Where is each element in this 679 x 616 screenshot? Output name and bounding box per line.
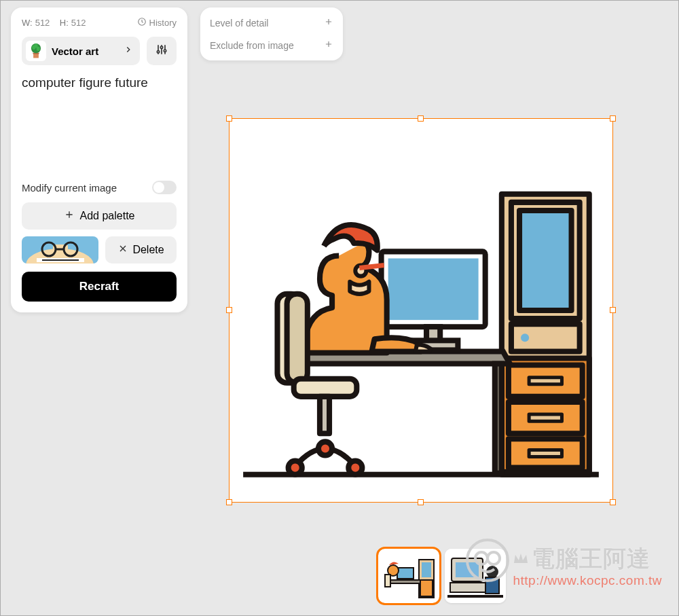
- crown-icon: [513, 543, 529, 570]
- filters-button[interactable]: [147, 37, 177, 65]
- delete-label: Delete: [132, 244, 164, 256]
- svg-rect-49: [420, 580, 433, 596]
- thumbnail-2[interactable]: [445, 549, 506, 603]
- width-label: W:: [22, 18, 33, 28]
- svg-rect-59: [485, 577, 499, 594]
- svg-rect-48: [422, 562, 431, 577]
- height-value: 512: [71, 18, 86, 28]
- svg-rect-50: [397, 568, 414, 579]
- selection-outline: [229, 118, 613, 503]
- resize-handle-b[interactable]: [418, 499, 424, 505]
- chevron-right-icon: [124, 45, 133, 57]
- svg-rect-60: [447, 595, 503, 598]
- watermark-url: http://www.kocpc.com.tw: [513, 573, 662, 588]
- modify-toggle[interactable]: [152, 181, 177, 194]
- exclude-label: Exclude from image: [210, 40, 294, 51]
- delete-palette-button[interactable]: Delete: [105, 236, 177, 264]
- height-label: H:: [60, 18, 69, 28]
- recraft-button[interactable]: Recraft: [22, 272, 177, 302]
- style-row: Vector art: [22, 37, 177, 65]
- level-of-detail-label: Level of detail: [210, 18, 268, 29]
- palette-thumb[interactable]: [22, 236, 98, 264]
- resize-handle-tr[interactable]: [610, 115, 616, 122]
- style-name: Vector art: [52, 46, 118, 57]
- style-selector[interactable]: Vector art: [22, 37, 140, 65]
- svg-rect-57: [450, 583, 485, 592]
- modify-row: Modify current image: [22, 181, 177, 194]
- style-thumb: [26, 41, 46, 61]
- palette-row: Delete: [22, 236, 177, 264]
- clock-icon: [137, 17, 147, 29]
- level-of-detail-button[interactable]: Level of detail: [206, 12, 337, 34]
- resize-handle-r[interactable]: [610, 307, 616, 313]
- svg-point-7: [157, 51, 159, 53]
- panel-top-row: W:512 H:512 History: [22, 17, 177, 29]
- settings-panel: W:512 H:512 History Vecto: [11, 7, 187, 312]
- svg-point-8: [160, 46, 162, 48]
- close-icon: [117, 243, 128, 257]
- add-palette-label: Add palette: [80, 210, 135, 222]
- svg-rect-51: [386, 580, 420, 583]
- dimensions-readout[interactable]: W:512 H:512: [22, 18, 86, 28]
- resize-handle-bl[interactable]: [226, 499, 232, 505]
- thumbnail-strip: [378, 549, 506, 603]
- resize-handle-l[interactable]: [226, 307, 232, 313]
- modify-label: Modify current image: [22, 182, 117, 194]
- svg-rect-1: [33, 54, 39, 58]
- watermark-title: 電腦王阿達: [532, 545, 650, 571]
- plus-icon: [324, 39, 333, 51]
- exclude-button[interactable]: Exclude from image: [206, 34, 337, 56]
- plus-icon: [324, 17, 333, 29]
- svg-point-9: [164, 50, 166, 52]
- canvas-selection[interactable]: [229, 118, 613, 503]
- svg-point-6: [34, 43, 37, 48]
- svg-rect-56: [456, 562, 479, 577]
- thumbnail-1[interactable]: [378, 549, 439, 603]
- advanced-options: Level of detail Exclude from image: [200, 7, 343, 60]
- resize-handle-tl[interactable]: [226, 115, 232, 122]
- history-label: History: [149, 18, 177, 28]
- resize-handle-br[interactable]: [610, 499, 616, 505]
- svg-point-58: [486, 566, 498, 578]
- plus-icon: [64, 209, 75, 223]
- width-value: 512: [35, 18, 50, 28]
- resize-handle-t[interactable]: [418, 115, 424, 122]
- prompt-input[interactable]: computer figure future: [22, 75, 177, 177]
- svg-rect-53: [385, 575, 390, 587]
- history-button[interactable]: History: [137, 17, 177, 29]
- watermark: 電腦王阿達 http://www.kocpc.com.tw: [513, 543, 662, 588]
- add-palette-button[interactable]: Add palette: [22, 202, 177, 230]
- sliders-icon: [155, 43, 168, 59]
